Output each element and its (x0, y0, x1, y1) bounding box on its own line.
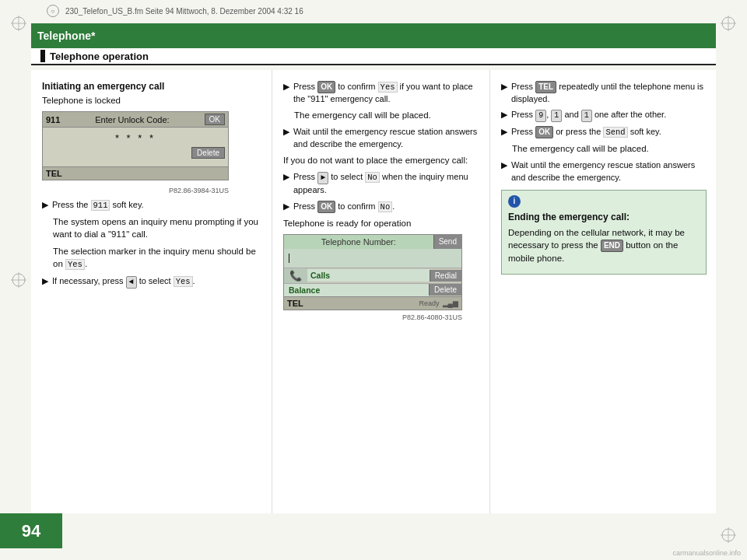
mid-mark-left (9, 271, 28, 289)
col-left: Initiating an emergency call Telephone i… (31, 70, 272, 513)
bullet-arrow-mid-4: ▶ (283, 172, 289, 182)
phone-caption-1: P82.86-3984-31US (42, 187, 229, 194)
bullet-arrow-mid-1: ▶ (283, 82, 289, 92)
bullet-mid-5: ▶ Press OK to confirm No. (283, 201, 480, 213)
corner-mark-tr (719, 14, 738, 33)
bullet-arrow-right-1: ▶ (501, 82, 507, 92)
bullet-arrow-icon: ▶ (42, 200, 48, 210)
section-bar: Telephone operation (31, 48, 716, 65)
phone-password-stars: * * * * (115, 132, 156, 144)
bullet-mid-3: ▶ Wait until the emergency rescue statio… (283, 126, 480, 150)
main-content: Initiating an emergency call Telephone i… (31, 70, 716, 513)
ready-text: Telephone is ready for operation (283, 217, 480, 229)
ps2-send-button[interactable]: Send (433, 235, 461, 249)
bullet-right-4-text: The emergency call will be placed. (512, 142, 707, 155)
phone-delete-button[interactable]: Delete (191, 147, 225, 159)
section-indicator (40, 50, 45, 62)
phone-ok-button[interactable]: OK (205, 114, 225, 125)
bullet-arrow-mid-3: ▶ (283, 127, 289, 137)
page-number-box: 94 (0, 513, 62, 548)
left-heading: Initiating an emergency call (42, 81, 262, 92)
print-info-bar: ○ 230_Telefon_US_B.fm Seite 94 Mittwoch,… (47, 5, 700, 17)
bullet-arrow-right-2: ▶ (501, 110, 507, 120)
info-box-text: Depending on the cellular network, it ma… (508, 226, 700, 264)
bullet-left-4-text: If necessary, press ◄ to select Yes. (52, 275, 195, 289)
section-title: Telephone operation (50, 51, 149, 62)
bullet-mid-1-text: Press OK to confirm Yes if you want to p… (293, 81, 480, 105)
ps2-delete-button[interactable]: Delete (429, 284, 461, 296)
info-box: i Ending the emergency call: Depending o… (501, 190, 707, 275)
phone-screen-locked: 911 Enter Unlock Code: OK * * * * Delete… (42, 111, 229, 180)
no-call-intro: If you do not want to place the emergenc… (283, 154, 480, 166)
header-band: Telephone* (31, 23, 716, 48)
bullet-right-2-text: Press 9, 1 and 1 one after the other. (511, 109, 666, 122)
ps2-row-balance: Balance Delete (284, 283, 461, 296)
print-circle-icon: ○ (47, 5, 59, 17)
bullet-right-2: ▶ Press 9, 1 and 1 one after the other. (501, 109, 707, 122)
watermark: carmanualsonline.info (672, 549, 741, 557)
bullet-arrow-icon-2: ▶ (42, 276, 48, 286)
page-title: Telephone* (37, 30, 95, 42)
bullet-mid-4: ▶ Press ► to select No when the inquiry … (283, 171, 480, 196)
bullet-left-3-text: The selection marker in the inquiry menu… (53, 245, 262, 271)
ps2-status: Ready ▂▄▆ (419, 299, 458, 307)
bullet-mid-2-text: The emergency call will be placed. (294, 109, 480, 121)
bullet-right-1-text: Press TEL repeatedly until the telephone… (511, 81, 707, 105)
ps2-tel-bar: TEL Ready ▂▄▆ (284, 296, 461, 310)
bullet-mid-1: ▶ Press OK to confirm Yes if you want to… (283, 81, 480, 105)
bullet-mid-5-text: Press OK to confirm No. (293, 201, 395, 213)
phone-body: * * * * Delete (43, 128, 228, 166)
bullet-mid-3-text: Wait until the emergency rescue station … (293, 126, 480, 150)
print-info-text: 230_Telefon_US_B.fm Seite 94 Mittwoch, 8… (65, 7, 303, 16)
page-number: 94 (22, 521, 40, 541)
ps2-redial-button[interactable]: Redial (430, 270, 461, 282)
bullet-right-5-text: Wait until the emergency rescue station … (511, 159, 707, 184)
ps2-signal-icon: ▂▄▆ (443, 299, 458, 307)
bullet-mid-4-text: Press ► to select No when the inquiry me… (293, 171, 480, 196)
ps2-calls-label: Calls (307, 269, 430, 282)
bullet-left-1: ▶ Press the 911 soft key. (42, 199, 262, 212)
ps2-ready-text: Ready (419, 299, 440, 307)
ps2-phone-label: Telephone Number: (284, 235, 433, 249)
bullet-arrow-mid-5: ▶ (283, 201, 289, 212)
phone-911-label: 911 (46, 115, 60, 124)
col-middle: ▶ Press OK to confirm Yes if you want to… (272, 70, 490, 513)
phone-screen-ready: Telephone Number: Send 📞 Calls Redial Ba… (283, 234, 462, 310)
phone-delete-bar: Delete (46, 147, 225, 159)
phone-caption-2: P82.86-4080-31US (283, 313, 462, 321)
phone-prompt-text: Enter Unlock Code: (60, 115, 204, 124)
phone-bottom-bar: TEL (43, 166, 228, 180)
ps2-top-bar: Telephone Number: Send (284, 235, 461, 249)
bullet-left-2-text: The system opens an inquiry menu prompti… (53, 215, 262, 240)
bullet-left-4: ▶ If necessary, press ◄ to select Yes. (42, 275, 262, 289)
ps2-body (284, 249, 461, 268)
left-subheading: Telephone is locked (42, 94, 262, 107)
bullet-right-3: ▶ Press OK or press the Send soft key. (501, 126, 707, 138)
bullet-left-1-text: Press the 911 soft key. (52, 199, 144, 212)
ps2-row-redial: 📞 Calls Redial (284, 268, 461, 283)
phone-top-bar: 911 Enter Unlock Code: OK (43, 112, 228, 128)
corner-mark-br (719, 526, 738, 544)
phone-tel-label: TEL (46, 169, 62, 178)
ps2-tel-label: TEL (287, 299, 303, 308)
phone-icon: 📞 (284, 268, 307, 283)
bullet-right-1: ▶ Press TEL repeatedly until the telepho… (501, 81, 707, 105)
corner-mark-tl (9, 14, 28, 33)
col-right: ▶ Press TEL repeatedly until the telepho… (490, 70, 716, 513)
ps2-cursor (289, 254, 289, 263)
bullet-right-5: ▶ Wait until the emergency rescue statio… (501, 159, 707, 184)
ps2-balance-label: Balance (284, 284, 429, 296)
bullet-right-3-text: Press OK or press the Send soft key. (511, 126, 661, 138)
bullet-arrow-right-5: ▶ (501, 160, 507, 170)
info-icon: i (508, 195, 521, 208)
bullet-arrow-right-3: ▶ (501, 127, 507, 137)
info-box-heading: Ending the emergency call: (508, 211, 700, 224)
